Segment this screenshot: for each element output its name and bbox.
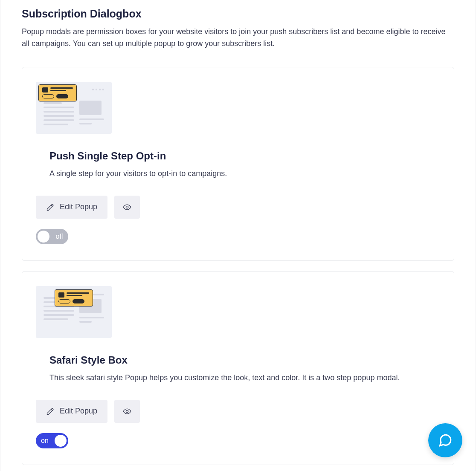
toggle-knob [55, 435, 67, 447]
popup-card: Safari Style Box This sleek safari style… [22, 271, 454, 465]
toggle-knob [38, 231, 49, 243]
toggle-label: off [56, 233, 64, 240]
edit-popup-label: Edit Popup [60, 202, 97, 211]
status-toggle[interactable]: off [36, 229, 68, 244]
svg-point-0 [126, 206, 128, 208]
chat-fab[interactable] [428, 423, 462, 457]
page-description: Popup modals are permission boxes for yo… [22, 26, 454, 50]
edit-popup-button[interactable]: Edit Popup [36, 196, 107, 219]
edit-popup-button[interactable]: Edit Popup [36, 400, 107, 423]
popup-thumbnail [36, 82, 112, 134]
preview-button[interactable] [114, 400, 140, 423]
pencil-icon [46, 203, 55, 211]
page-title: Subscription Dialogbox [22, 8, 454, 20]
edit-popup-label: Edit Popup [60, 407, 97, 416]
preview-button[interactable] [114, 196, 140, 219]
status-toggle[interactable]: on [36, 433, 68, 448]
svg-point-1 [126, 410, 128, 412]
popup-card-title: Push Single Step Opt-in [49, 150, 440, 162]
pencil-icon [46, 407, 55, 416]
popup-card-description: A single step for your visitors to opt-i… [49, 168, 440, 179]
popup-thumbnail [36, 286, 112, 338]
eye-icon [123, 203, 131, 211]
popup-card-title: Safari Style Box [49, 354, 440, 366]
popup-card-description: This sleek safari style Popup helps you … [49, 372, 440, 384]
toggle-label: on [41, 437, 49, 445]
eye-icon [123, 407, 131, 416]
popup-card: Push Single Step Opt-in A single step fo… [22, 67, 454, 261]
chat-icon [438, 433, 453, 448]
